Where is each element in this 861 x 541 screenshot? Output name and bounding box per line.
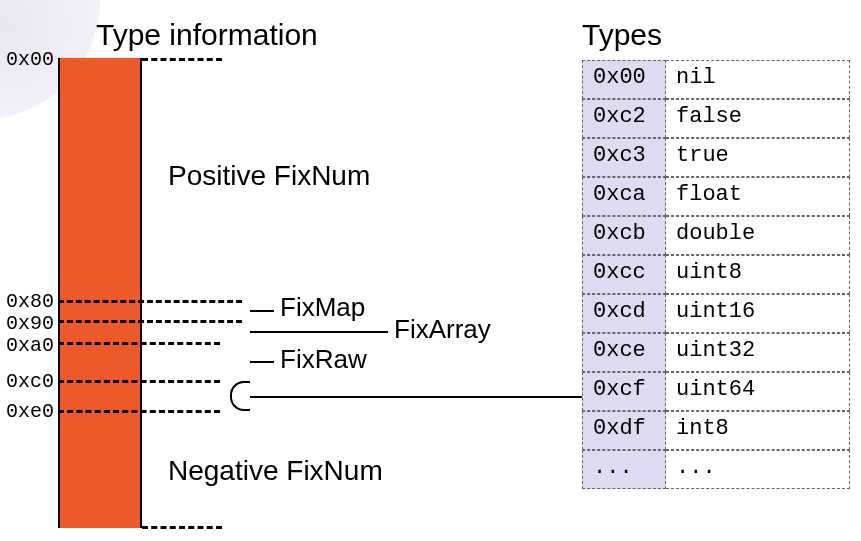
table-row: 0xcb double bbox=[582, 216, 850, 255]
table-row: 0x00 nil bbox=[582, 60, 850, 99]
div-0xc0 bbox=[58, 380, 220, 383]
types-name: uint8 bbox=[666, 255, 850, 294]
seg-fixmap bbox=[250, 310, 274, 312]
table-row: 0xc3 true bbox=[582, 138, 850, 177]
table-row: 0xcf uint64 bbox=[582, 372, 850, 411]
types-code: 0xc2 bbox=[582, 99, 666, 138]
types-code: ... bbox=[582, 450, 666, 489]
addr-0x80: 0x80 bbox=[2, 290, 54, 313]
types-code: 0xca bbox=[582, 177, 666, 216]
title-type-information: Type information bbox=[96, 18, 318, 52]
types-name: uint16 bbox=[666, 294, 850, 333]
addr-0x90: 0x90 bbox=[2, 312, 54, 335]
type-byte-bar bbox=[58, 58, 142, 528]
types-code: 0xc3 bbox=[582, 138, 666, 177]
types-code: 0x00 bbox=[582, 60, 666, 99]
types-name: int8 bbox=[666, 411, 850, 450]
addr-0xc0: 0xc0 bbox=[2, 370, 54, 393]
addr-0xe0: 0xe0 bbox=[2, 400, 54, 423]
table-row: 0xdf int8 bbox=[582, 411, 850, 450]
types-code: 0xdf bbox=[582, 411, 666, 450]
types-code: 0xcf bbox=[582, 372, 666, 411]
bracket-to-table bbox=[250, 396, 582, 398]
table-row: 0xce uint32 bbox=[582, 333, 850, 372]
types-code: 0xcd bbox=[582, 294, 666, 333]
types-name: uint32 bbox=[666, 333, 850, 372]
bracket-curve bbox=[230, 381, 250, 411]
types-code: 0xcc bbox=[582, 255, 666, 294]
table-row: 0xca float bbox=[582, 177, 850, 216]
types-name: uint64 bbox=[666, 372, 850, 411]
seg-fixraw bbox=[250, 361, 274, 363]
addr-0xa0: 0xa0 bbox=[2, 334, 54, 357]
div-0xa0 bbox=[58, 342, 220, 345]
types-name: false bbox=[666, 99, 850, 138]
label-fixraw: FixRaw bbox=[280, 344, 367, 375]
seg-fixarray bbox=[250, 331, 388, 333]
label-positive-fixnum: Positive FixNum bbox=[168, 160, 370, 192]
types-code: 0xcb bbox=[582, 216, 666, 255]
types-table: 0x00 nil 0xc2 false 0xc3 true 0xca float… bbox=[582, 60, 850, 489]
types-name: true bbox=[666, 138, 850, 177]
div-0x80 bbox=[58, 300, 242, 303]
table-row: 0xcc uint8 bbox=[582, 255, 850, 294]
addr-0x00: 0x00 bbox=[2, 48, 54, 71]
div-0xe0 bbox=[58, 410, 220, 413]
types-name: double bbox=[666, 216, 850, 255]
table-row: 0xcd uint16 bbox=[582, 294, 850, 333]
types-code: 0xce bbox=[582, 333, 666, 372]
table-row: 0xc2 false bbox=[582, 99, 850, 138]
types-name: nil bbox=[666, 60, 850, 99]
bar-bottom-dash bbox=[142, 526, 222, 529]
label-fixarray: FixArray bbox=[394, 314, 491, 345]
types-name: float bbox=[666, 177, 850, 216]
title-types: Types bbox=[582, 18, 662, 52]
label-fixmap: FixMap bbox=[280, 292, 365, 323]
table-row: ... ... bbox=[582, 450, 850, 489]
types-name: ... bbox=[666, 450, 850, 489]
bar-top-dash bbox=[142, 58, 222, 61]
label-negative-fixnum: Negative FixNum bbox=[168, 455, 383, 487]
div-0x90 bbox=[58, 320, 242, 323]
